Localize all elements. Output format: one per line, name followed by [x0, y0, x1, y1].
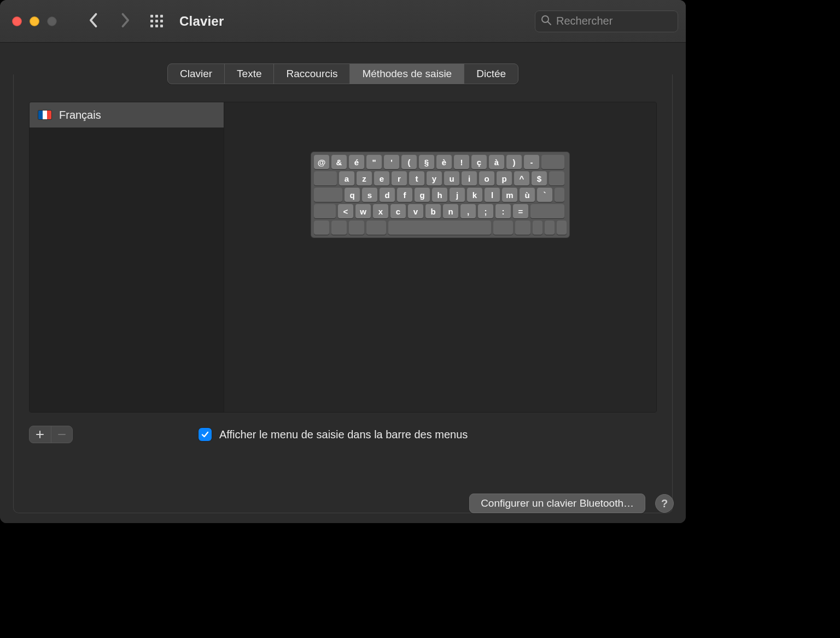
- key: l: [485, 188, 500, 202]
- input-source-row[interactable]: Français: [30, 102, 224, 127]
- forward-button: [120, 13, 131, 30]
- key: §: [419, 155, 434, 169]
- minimize-window-button[interactable]: [30, 16, 39, 26]
- show-all-icon[interactable]: [150, 14, 164, 28]
- remove-input-source-button: [51, 426, 73, 443]
- key: u: [444, 171, 459, 185]
- help-button[interactable]: ?: [655, 494, 674, 513]
- key-arrow-updown: [545, 221, 555, 235]
- key: ^: [514, 171, 529, 185]
- key: g: [415, 188, 430, 202]
- configure-bluetooth-keyboard-button[interactable]: Configurer un clavier Bluetooth…: [469, 494, 645, 513]
- key-capslock: [314, 188, 342, 202]
- search-field[interactable]: [535, 10, 678, 32]
- key: ,: [460, 204, 476, 218]
- content-row: Français @ & é " ' ( §: [29, 102, 657, 413]
- key: $: [532, 171, 547, 185]
- key-command-right: [493, 221, 513, 235]
- key: é: [349, 155, 364, 169]
- svg-line-10: [548, 22, 551, 25]
- key: m: [502, 188, 517, 202]
- input-sources-list[interactable]: Français: [30, 102, 224, 412]
- svg-rect-8: [160, 25, 163, 27]
- key-arrow-right: [557, 221, 567, 235]
- titlebar: Clavier: [0, 0, 686, 43]
- key: j: [450, 188, 465, 202]
- key: a: [339, 171, 354, 185]
- key-space: [388, 221, 491, 235]
- search-input[interactable]: [556, 15, 672, 27]
- bottom-bar: Configurer un clavier Bluetooth… ?: [469, 494, 674, 513]
- key: i: [462, 171, 477, 185]
- key-fn: [314, 221, 329, 235]
- key-backspace: [541, 155, 564, 169]
- key: (: [401, 155, 417, 169]
- key: x: [373, 204, 388, 218]
- add-remove-segmented: [29, 426, 73, 443]
- key: -: [524, 155, 539, 169]
- key: f: [397, 188, 412, 202]
- add-input-source-button[interactable]: [30, 426, 51, 443]
- key: q: [345, 188, 360, 202]
- show-input-menu-label: Afficher le menu de saisie dans la barre…: [219, 428, 468, 441]
- key: d: [380, 188, 395, 202]
- key: b: [425, 204, 441, 218]
- key: e: [374, 171, 389, 185]
- tab-panel: Français @ & é " ' ( §: [13, 74, 673, 513]
- key: à: [489, 155, 504, 169]
- show-input-menu-checkbox[interactable]: [199, 428, 212, 441]
- key-option-right: [515, 221, 530, 235]
- key: t: [409, 171, 424, 185]
- key: p: [497, 171, 512, 185]
- key: `: [537, 188, 552, 202]
- key: ): [506, 155, 522, 169]
- preferences-window: Clavier Clavier Texte Raccourcis Méthode…: [0, 0, 686, 523]
- key: v: [408, 204, 423, 218]
- key: ù: [520, 188, 535, 202]
- svg-rect-7: [155, 25, 158, 27]
- svg-rect-4: [155, 20, 158, 22]
- key: :: [495, 204, 511, 218]
- keyboard-layout: @ & é " ' ( § è ! ç à ) -: [311, 152, 570, 238]
- svg-rect-5: [160, 20, 163, 22]
- key-enter-lower: [555, 188, 564, 202]
- nav-arrows: [88, 13, 131, 30]
- below-row: Afficher le menu de saisie dans la barre…: [29, 426, 657, 443]
- key: ": [366, 155, 382, 169]
- key: h: [432, 188, 447, 202]
- key: !: [454, 155, 469, 169]
- close-window-button[interactable]: [12, 16, 22, 26]
- key: k: [467, 188, 482, 202]
- key: è: [436, 155, 452, 169]
- key: y: [427, 171, 442, 185]
- key-option-left: [349, 221, 364, 235]
- key: w: [355, 204, 371, 218]
- key: o: [479, 171, 494, 185]
- key: z: [357, 171, 372, 185]
- key-shift-left: [314, 204, 336, 218]
- svg-rect-0: [150, 15, 153, 18]
- search-icon: [541, 15, 556, 28]
- svg-rect-2: [160, 15, 163, 18]
- input-source-label: Français: [59, 109, 101, 121]
- svg-rect-6: [150, 25, 153, 27]
- body: Clavier Texte Raccourcis Méthodes de sai…: [0, 43, 686, 523]
- show-input-menu-row: Afficher le menu de saisie dans la barre…: [199, 428, 468, 441]
- key-arrow-left: [533, 221, 542, 235]
- key: &: [331, 155, 347, 169]
- key: r: [392, 171, 407, 185]
- key: ç: [471, 155, 487, 169]
- key: <: [338, 204, 353, 218]
- key-shift-right: [530, 204, 564, 218]
- key-tab: [314, 171, 337, 185]
- page-title: Clavier: [179, 14, 224, 29]
- key: @: [314, 155, 329, 169]
- key: s: [362, 188, 377, 202]
- window-controls: [12, 16, 57, 26]
- back-button[interactable]: [88, 13, 98, 30]
- key: =: [513, 204, 528, 218]
- zoom-window-button: [47, 16, 57, 26]
- key-command-left: [366, 221, 386, 235]
- svg-rect-1: [155, 15, 158, 18]
- svg-rect-3: [150, 20, 153, 22]
